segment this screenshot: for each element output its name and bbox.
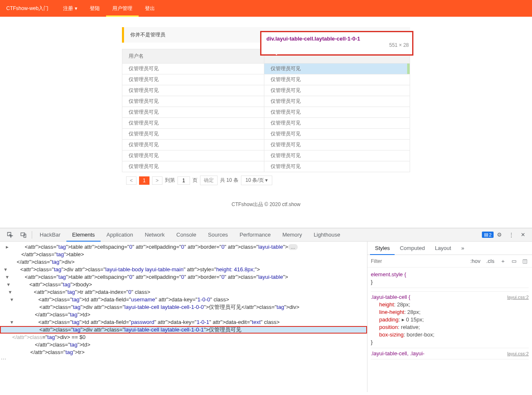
style-rules[interactable]: element.style {}</span><span class="rule… [367, 268, 532, 392]
styles-tab-more[interactable]: » [456, 242, 469, 255]
table-row[interactable]: 仅管理员可见仅管理员可见 [122, 64, 410, 74]
cell-username: 仅管理员可见 [122, 129, 264, 139]
page-total: 共 10 条 [220, 177, 238, 184]
pagination: < 1 > 到第 页 确定 共 10 条 10 条/页 ▾ [122, 172, 410, 189]
gutter-dots: ⋯ [1, 355, 6, 363]
table-row[interactable]: 仅管理员可见仅管理员可见 [122, 74, 410, 85]
table-row[interactable]: 仅管理员可见仅管理员可见 [122, 85, 410, 96]
page-confirm[interactable]: 确定 [200, 176, 218, 185]
cell-username: 仅管理员可见 [122, 96, 264, 107]
tooltip-dimensions: 551 × 28 [389, 42, 409, 48]
close-icon[interactable]: ✕ [517, 232, 529, 238]
goto-label: 到第 [165, 177, 175, 184]
nav-item-register[interactable]: 注册 ▾ [57, 0, 83, 17]
table-row[interactable]: 仅管理员可见仅管理员可见 [122, 150, 410, 161]
dom-node[interactable]: ▾ <attr">class="tag">tr attr">data-index… [0, 288, 367, 296]
tab-performance[interactable]: Performance [234, 228, 276, 242]
page-next[interactable]: > [152, 176, 162, 185]
table-row[interactable]: 仅管理员可见仅管理员可见 [122, 161, 410, 172]
dom-node[interactable]: ▸ <attr">class="tag">table attr">cellspa… [0, 243, 367, 251]
tab-sources[interactable]: Sources [202, 228, 234, 242]
new-rule-icon[interactable]: ＋ [499, 257, 507, 265]
page-unit: 页 [193, 177, 198, 184]
page-prev[interactable]: < [126, 176, 137, 185]
page-size-select[interactable]: 10 条/页 ▾ [241, 176, 272, 185]
styles-tab-styles[interactable]: Styles [370, 242, 395, 255]
tab-lighthouse[interactable]: Lighthouse [308, 228, 346, 242]
cell-password[interactable]: 仅管理员可见 [264, 64, 410, 74]
styles-filter-input[interactable] [371, 258, 466, 264]
nav-item-login[interactable]: 登陆 [84, 0, 106, 17]
page-input[interactable] [177, 176, 190, 185]
tab-elements[interactable]: Elements [66, 228, 101, 242]
styles-pane: Styles Computed Layout » :hov .cls ＋ ▭ ◫… [367, 242, 532, 392]
tooltip-selector: div.layui-table-cell.laytable-cell-1-0-1 [266, 36, 360, 42]
cell-username: 仅管理员可见 [122, 64, 264, 74]
cell-username: 仅管理员可见 [122, 150, 264, 161]
cell-password[interactable]: 仅管理员可见 [264, 161, 410, 172]
cell-password[interactable]: 仅管理员可见 [264, 96, 410, 107]
page-current[interactable]: 1 [139, 176, 149, 185]
cell-password[interactable]: 仅管理员可见 [264, 150, 410, 161]
styles-tab-computed[interactable]: Computed [395, 242, 430, 255]
table-row[interactable]: 仅管理员可见仅管理员可见 [122, 140, 410, 150]
dom-node[interactable]: <attr">class="tag">div attr">class="layu… [0, 303, 367, 311]
tab-network[interactable]: Network [139, 228, 171, 242]
styles-tab-layout[interactable]: Layout [430, 242, 456, 255]
cell-username: 仅管理员可见 [122, 118, 264, 128]
devtools-panel: HackBar Elements Application Network Con… [0, 228, 532, 392]
cell-password[interactable]: 仅管理员可见 [264, 74, 410, 85]
dom-node[interactable]: ▾ <attr">class="tag">tbody> [0, 281, 367, 288]
cell-password[interactable]: 仅管理员可见 [264, 129, 410, 139]
brand[interactable]: CTFshow-web入门 [6, 5, 48, 12]
device-toggle-icon[interactable] [17, 232, 30, 238]
table-row[interactable]: 仅管理员可见仅管理员可见 [122, 96, 410, 107]
issues-badge[interactable]: ▤2 [482, 232, 494, 238]
tab-console[interactable]: Console [170, 228, 202, 242]
css-rule[interactable]: layui.css:2.layui-table-cell, .layui- [371, 348, 529, 359]
cell-username: 仅管理员可见 [122, 85, 264, 96]
css-rule[interactable]: layui.css:2.layui-table-cell {height: 28… [371, 292, 529, 348]
inspect-icon[interactable] [3, 232, 17, 238]
computed-toggle-icon[interactable]: ▭ [510, 258, 518, 264]
cell-password[interactable]: 仅管理员可见 [264, 85, 410, 96]
dom-node[interactable]: ▾ <attr">class="tag">div attr">class="la… [0, 266, 367, 273]
th-username: 用户名 [122, 49, 264, 63]
dom-node[interactable]: </attr">class="tag">td> [0, 341, 367, 349]
devtools-tabs: HackBar Elements Application Network Con… [0, 228, 532, 242]
tab-hackbar[interactable]: HackBar [34, 228, 66, 242]
table-row[interactable]: 仅管理员可见仅管理员可见 [122, 118, 410, 129]
cell-password[interactable]: 仅管理员可见 [264, 107, 410, 117]
cls-toggle[interactable]: .cls [485, 258, 496, 264]
nav-item-users[interactable]: 用户管理 [106, 0, 139, 17]
dom-node[interactable]: </attr">class="tag">div> [0, 258, 367, 266]
dom-node[interactable]: ▾ <attr">class="tag">td attr">data-field… [0, 296, 367, 303]
dom-node[interactable]: ▾ <attr">class="tag">table attr">cellspa… [0, 273, 367, 281]
settings-icon[interactable]: ⚙ [494, 232, 505, 238]
table-row[interactable]: 仅管理员可见仅管理员可见 [122, 129, 410, 140]
dom-node[interactable]: </attr">class="tag">div> == $0 [0, 334, 367, 341]
tab-memory[interactable]: Memory [276, 228, 308, 242]
hov-toggle[interactable]: :hov [469, 258, 482, 264]
table-row[interactable]: 仅管理员可见仅管理员可见 [122, 107, 410, 118]
tab-application[interactable]: Application [101, 228, 139, 242]
css-rule[interactable]: element.style {} [371, 269, 529, 288]
dom-node[interactable]: </attr">class="tag">table> [0, 251, 367, 258]
cell-username: 仅管理员可见 [122, 161, 264, 172]
dom-node[interactable]: </attr">class="tag">tr> [0, 349, 367, 356]
sidebar-toggle-icon[interactable]: ◫ [521, 258, 529, 264]
more-icon[interactable]: ⋮ [505, 232, 517, 238]
user-table: 用户名 仅管理员可见仅管理员可见仅管理员可见仅管理员可见仅管理员可见仅管理员可见… [122, 49, 410, 172]
top-nav: CTFshow-web入门 注册 ▾ 登陆 用户管理 登出 [0, 0, 532, 17]
cell-password[interactable]: 仅管理员可见 [264, 118, 410, 128]
cell-username: 仅管理员可见 [122, 140, 264, 150]
dom-node[interactable]: ▾ <attr">class="tag">td attr">data-field… [0, 319, 367, 326]
css-rule[interactable]: </span><span class="rule-sel">.laytable-… [371, 288, 529, 292]
element-inspect-tooltip: div.layui-table-cell.laytable-cell-1-0-1… [260, 31, 413, 56]
nav-item-logout[interactable]: 登出 [139, 0, 161, 17]
dom-node[interactable]: <attr">class="tag">div attr">class="layu… [0, 326, 367, 334]
footer: CTFshow出品 © 2020 ctf.show [0, 189, 532, 221]
cell-password[interactable]: 仅管理员可见 [264, 140, 410, 150]
elements-tree[interactable]: ⋯ ▸ <attr">class="tag">table attr">cells… [0, 242, 367, 392]
dom-node[interactable]: </attr">class="tag">td> [0, 311, 367, 319]
